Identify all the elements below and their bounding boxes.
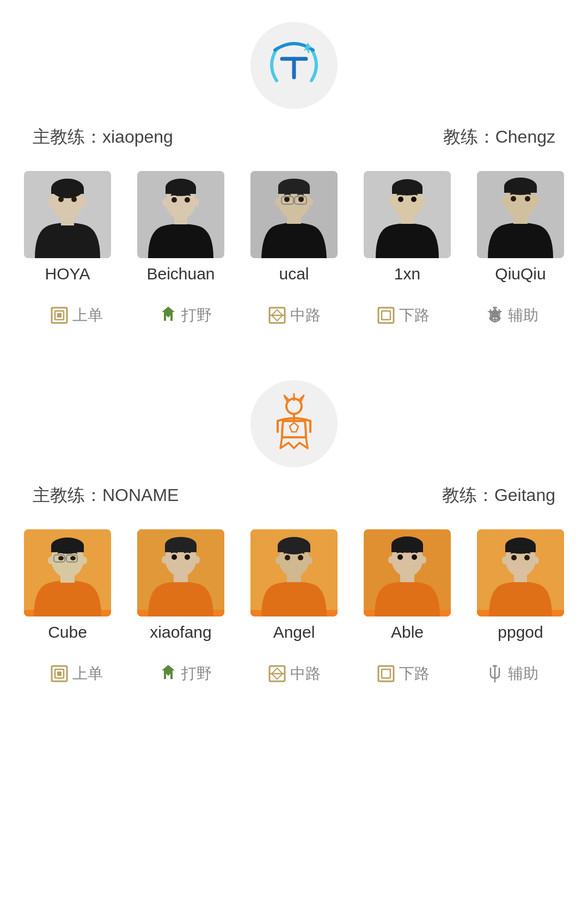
svg-point-37 — [389, 198, 394, 206]
svg-point-94 — [285, 555, 290, 560]
svg-point-83 — [194, 556, 200, 564]
team2-logo-icon — [261, 391, 327, 456]
team2-player-cube: Cube — [19, 529, 117, 642]
team2-role-top: 上单 — [50, 663, 103, 684]
svg-rect-118 — [57, 671, 62, 676]
adc-icon — [376, 306, 396, 325]
svg-point-103 — [421, 556, 426, 564]
team2-player-angel-photo — [250, 529, 338, 616]
team1-logo-wrap — [0, 22, 588, 109]
team1-players-row: HOYA Beichuan — [0, 171, 588, 283]
svg-point-10 — [71, 197, 77, 202]
svg-rect-24 — [287, 216, 301, 224]
svg-point-48 — [511, 196, 516, 202]
team1-1xn-silhouette — [364, 171, 451, 258]
team2-player-able-photo — [364, 529, 451, 616]
team1-roles-row: 上单 打野 中路 — [0, 294, 588, 331]
team2-top-icon — [50, 664, 69, 683]
team2-role-adc: 下路 — [376, 663, 430, 684]
team2-role-mid-label: 中路 — [290, 663, 321, 684]
svg-point-46 — [501, 198, 507, 205]
team2-logo-circle — [250, 380, 338, 467]
team2-adc-icon — [376, 664, 396, 683]
team2-player-xiaofang-photo — [137, 529, 224, 616]
team1-player-1xn-photo — [364, 171, 451, 258]
svg-rect-45 — [513, 215, 528, 224]
svg-rect-81 — [174, 573, 188, 582]
team2-player-xiaofang: xiaofang — [132, 529, 230, 642]
team1-qiuqiu-name: QiuQiu — [495, 265, 546, 283]
svg-point-95 — [298, 555, 303, 560]
svg-point-93 — [307, 557, 313, 564]
team1-ucal-name: ucal — [279, 265, 309, 283]
team1-player-1xn: 1xn — [358, 171, 456, 283]
team1-coaches-row: 主教练：xiaopeng 教练：Chengz — [0, 125, 588, 149]
team2-player-cube-photo — [24, 529, 111, 616]
team2-angel-silhouette — [250, 529, 338, 616]
svg-rect-67 — [51, 546, 84, 552]
team2-angel-name: Angel — [273, 623, 315, 642]
team1-beichuan-silhouette — [137, 171, 224, 258]
team2-player-able: Able — [358, 529, 456, 642]
team2-role-support: 辅助 — [485, 663, 538, 684]
svg-rect-91 — [287, 574, 301, 582]
team2-cube-name: Cube — [48, 623, 87, 642]
team2-head-coach-label: 主教练：NONAME — [33, 484, 179, 508]
team1-qiuqiu-silhouette — [477, 171, 564, 258]
svg-point-114 — [511, 555, 517, 560]
team2-section: 主教练：NONAME 教练：Geitang — [0, 358, 588, 717]
team1-hoya-name: HOYA — [45, 265, 90, 283]
team2-role-jungle: 打野 — [158, 663, 212, 684]
team1-role-top: 上单 — [50, 305, 103, 326]
team2-mid-icon — [267, 664, 287, 683]
svg-point-47 — [534, 198, 540, 205]
team1-logo-circle — [250, 22, 338, 109]
team2-player-angel: Angel — [245, 529, 343, 642]
svg-rect-121 — [378, 666, 394, 681]
team1-role-mid-label: 中路 — [290, 305, 321, 326]
team1-player-qiuqiu: QiuQiu — [471, 171, 569, 283]
team1-ucal-silhouette — [250, 171, 338, 258]
team1-player-beichuan-photo — [137, 171, 224, 258]
team2-role-mid: 中路 — [267, 663, 321, 684]
svg-point-102 — [388, 556, 394, 564]
svg-rect-5 — [51, 188, 84, 194]
svg-rect-55 — [378, 308, 394, 323]
svg-point-8 — [81, 198, 87, 207]
svg-point-38 — [420, 198, 426, 206]
team1-head-coach-label: 主教练：xiaopeng — [33, 125, 173, 149]
team1-role-mid: 中路 — [267, 305, 321, 326]
svg-point-39 — [398, 197, 403, 202]
svg-point-70 — [82, 557, 87, 564]
svg-rect-23 — [278, 186, 310, 194]
team2-roles-row: 上单 打野 中路 — [0, 652, 588, 689]
team2-jungle-icon — [158, 664, 178, 683]
svg-point-74 — [58, 556, 64, 560]
svg-point-92 — [275, 557, 281, 564]
svg-rect-90 — [278, 546, 310, 552]
team1-player-ucal: ucal — [245, 171, 343, 283]
team1-logo-icon — [261, 33, 327, 98]
svg-point-104 — [397, 554, 403, 560]
svg-rect-80 — [165, 545, 197, 552]
jungle-icon — [158, 306, 178, 325]
svg-point-69 — [48, 557, 53, 564]
team1-player-qiuqiu-photo — [477, 171, 564, 258]
svg-point-17 — [194, 199, 199, 206]
team1-hoya-silhouette — [24, 171, 111, 258]
team1-section: 主教练：xiaopeng 教练：Chengz — [0, 0, 588, 358]
svg-point-40 — [411, 197, 416, 202]
team1-role-support-label: 辅助 — [508, 305, 538, 326]
team1-player-ucal-photo — [250, 171, 338, 258]
svg-rect-15 — [174, 216, 187, 224]
svg-point-85 — [185, 554, 190, 560]
svg-point-16 — [162, 199, 168, 206]
svg-point-49 — [525, 196, 530, 202]
svg-rect-36 — [401, 215, 414, 224]
svg-rect-44 — [504, 186, 537, 193]
team2-coaches-row: 主教练：NONAME 教练：Geitang — [0, 484, 588, 508]
team1-player-beichuan: Beichuan — [132, 171, 230, 283]
team1-beichuan-name: Beichuan — [146, 265, 215, 283]
team1-player-hoya: HOYA — [19, 171, 117, 283]
team1-role-adc: 下路 — [376, 305, 430, 326]
